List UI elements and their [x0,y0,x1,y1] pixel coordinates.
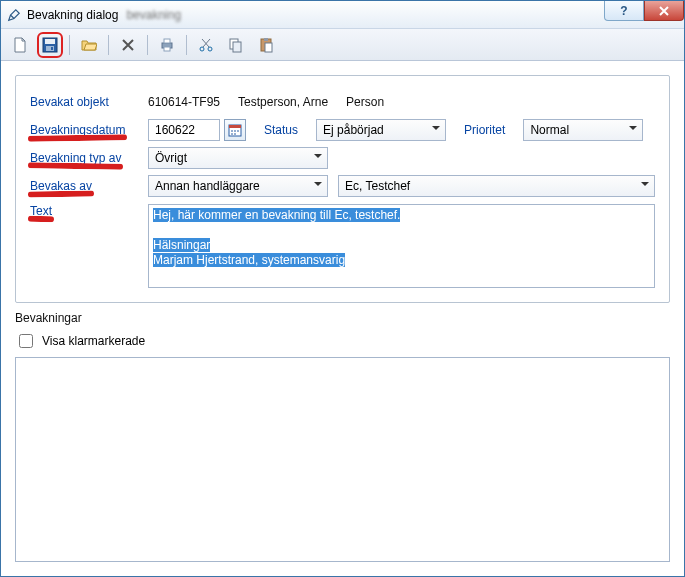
close-icon [658,5,670,17]
separator [108,35,109,55]
svg-rect-5 [164,39,170,43]
floppy-save-icon [42,37,58,53]
object-id: 610614-TF95 [148,95,220,109]
separator [186,35,187,55]
date-picker-button[interactable] [224,119,246,141]
open-folder-icon [81,37,97,53]
label-priority: Prioritet [464,123,505,137]
priority-select[interactable]: Normal [523,119,643,141]
status-select[interactable]: Ej påbörjad [316,119,446,141]
date-input[interactable] [148,119,220,141]
checkbox-row: Visa klarmarkerade [15,331,670,351]
delete-icon [120,37,136,53]
list-heading: Bevakningar [15,311,670,325]
watchedby-person-select[interactable]: Ec, Testchef [338,175,655,197]
text-line: Hej, här kommer en bevakning till Ec, te… [153,208,400,222]
svg-rect-15 [229,125,241,128]
row-type: Bevakning typ av Övrigt [30,144,655,172]
titlebar: Bevakning dialog bevakning ? [1,1,684,29]
svg-rect-6 [164,47,170,51]
toolbar [1,29,684,61]
label-text: Text [30,204,148,218]
help-button[interactable]: ? [604,1,644,21]
row-date: Bevakningsdatum Status Ej påbörjad Prior… [30,116,655,144]
copy-button[interactable] [223,32,249,58]
value-object: 610614-TF95 Testperson, Arne Person [148,95,655,109]
label-status: Status [264,123,298,137]
label-date: Bevakningsdatum [30,123,148,137]
new-button[interactable] [7,32,33,58]
copy-icon [228,37,244,53]
object-type: Person [346,95,384,109]
text-area-wrap: Hej, här kommer en bevakning till Ec, te… [148,204,655,288]
row-watchedby: Bevakas av Annan handläggare Ec, Testche… [30,172,655,200]
watchedby-role-select[interactable]: Annan handläggare [148,175,328,197]
svg-rect-13 [265,43,272,52]
svg-rect-1 [45,39,55,44]
dialog-body: Bevakat objekt 610614-TF95 Testperson, A… [1,61,684,576]
show-done-checkbox[interactable] [19,334,33,348]
help-icon: ? [620,4,627,18]
dialog-window: Bevakning dialog bevakning ? [0,0,685,577]
paste-button[interactable] [253,32,279,58]
calendar-icon [228,123,242,137]
row-object: Bevakat objekt 610614-TF95 Testperson, A… [30,88,655,116]
open-button[interactable] [76,32,102,58]
show-done-label: Visa klarmarkerade [42,334,145,348]
cut-button[interactable] [193,32,219,58]
form-panel: Bevakat objekt 610614-TF95 Testperson, A… [15,75,670,303]
print-button[interactable] [154,32,180,58]
app-pen-icon [7,8,21,22]
row-text: Text Hej, här kommer en bevakning till E… [30,204,655,288]
separator [147,35,148,55]
label-type: Bevakning typ av [30,151,148,165]
object-name: Testperson, Arne [238,95,328,109]
svg-point-7 [200,47,204,51]
paste-icon [258,37,274,53]
list-panel: Bevakningar Visa klarmarkerade [15,311,670,562]
label-object: Bevakat objekt [30,95,148,109]
type-select[interactable]: Övrigt [148,147,328,169]
new-file-icon [12,37,28,53]
window-title: Bevakning dialog [27,8,118,22]
window-buttons: ? [604,1,684,21]
cut-icon [198,37,214,53]
delete-button[interactable] [115,32,141,58]
subtitle-blurred: bevakning [126,8,181,22]
svg-rect-12 [264,38,268,41]
svg-rect-3 [51,47,53,50]
watch-listbox[interactable] [15,357,670,562]
svg-point-8 [208,47,212,51]
text-line: Marjam Hjertstrand, systemansvarig [153,253,345,267]
svg-rect-10 [233,42,241,52]
close-button[interactable] [644,1,684,21]
separator [69,35,70,55]
label-watchedby: Bevakas av [30,179,148,193]
text-line: Hälsningar [153,238,210,252]
text-area[interactable]: Hej, här kommer en bevakning till Ec, te… [148,204,655,288]
print-icon [159,37,175,53]
save-button[interactable] [37,32,63,58]
